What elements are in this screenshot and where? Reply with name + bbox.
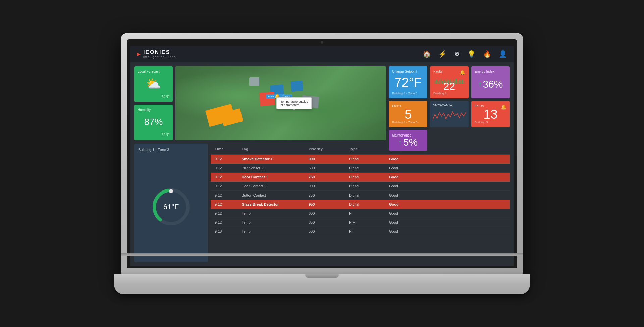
table-cell: 9:12 — [215, 175, 241, 179]
table-cell: HI — [349, 211, 389, 215]
logo-block: ICONICS intelligent solutions — [143, 49, 176, 59]
faults-5-footer: Building 1 - Zone 3 — [392, 121, 424, 124]
zone-panel: Building 1 - Zone 3 — [134, 144, 208, 262]
table-cell: 9:12 — [215, 220, 241, 224]
bottom-row: Building 1 - Zone 3 — [134, 144, 510, 262]
table-cell: PIR Sensor 2 — [241, 166, 309, 170]
table-row[interactable]: 9:13Temp500HIGood — [211, 227, 510, 236]
gauge-wrap: 61°F — [149, 185, 193, 229]
wave-chart-container — [433, 107, 466, 125]
table-cell: 600 — [309, 211, 349, 215]
table-cell: Digital — [349, 184, 389, 188]
faults-22-tile[interactable]: Faults 🔔 22 Building 1 — [430, 66, 469, 98]
table-cell: Good — [389, 175, 429, 179]
fault-table-panel: Time Tag Priority Type Quality 9:12Smoke… — [211, 144, 510, 262]
table-cell: 9:12 — [215, 157, 241, 161]
laptop-body: ▶ ICONICS intelligent solutions 🏠 ⚡ ❄ 💡 … — [121, 33, 523, 274]
setpoint-tile[interactable]: Change Setpoint 72°F Building 1 - Zone 3 — [389, 66, 427, 98]
nav-fire-icon[interactable]: 🔥 — [483, 50, 491, 58]
table-row[interactable]: 9:12Smoke Detector 1900DigitalGood — [211, 155, 510, 164]
th-priority: Priority — [309, 147, 349, 151]
faults-22-footer: Building 1 — [433, 92, 465, 95]
screen: ▶ ICONICS intelligent solutions 🏠 ⚡ ❄ 💡 … — [130, 46, 514, 266]
faults-13-footer: Building 3 — [475, 121, 506, 124]
faults-22-bell-icon: 🔔 — [460, 70, 465, 75]
humidity-value: 87% — [138, 117, 169, 127]
weather-column: Local Forecast ⛅ 62°F Humidity 87% 62°F — [134, 66, 173, 140]
energy-arrow-icon: ↑ — [478, 80, 481, 88]
table-row[interactable]: 9:12Glass Break Detector950DigitalGood — [211, 200, 510, 209]
table-cell: Digital — [349, 166, 389, 170]
logo-play-icon: ▶ — [137, 51, 141, 57]
table-cell: 9:12 — [215, 202, 241, 206]
table-cell: Good — [389, 211, 429, 215]
table-cell: Button Contact — [241, 193, 309, 197]
table-cell: 9:12 — [215, 166, 241, 170]
faults-5-tile[interactable]: Faults 5 Building 1 - Zone 3 — [389, 101, 427, 127]
table-cell: 600 — [309, 166, 349, 170]
laptop-wrapper: ▶ ICONICS intelligent solutions 🏠 ⚡ ❄ 💡 … — [121, 33, 523, 294]
map-tooltip: Temperature outside of parameters — [276, 97, 312, 109]
local-forecast-tile[interactable]: Local Forecast ⛅ 62°F — [134, 66, 173, 102]
table-cell: HIHI — [349, 220, 389, 224]
app-content: Local Forecast ⛅ 62°F Humidity 87% 62°F — [130, 62, 514, 266]
table-cell: 950 — [309, 202, 349, 206]
table-cell: 9:12 — [215, 184, 241, 188]
nav-icons: 🏠 ⚡ ❄ 💡 🔥 👤 — [423, 50, 507, 58]
table-cell: Door Contact 1 — [241, 175, 309, 179]
faults-5-value: 5 — [392, 108, 424, 121]
energy-value: 36% — [483, 79, 503, 89]
cam-int-tile[interactable]: B1-Z3-CAM Int. — [430, 101, 469, 127]
map-tooltip-line2: of parameters — [280, 103, 308, 107]
setpoint-value: 72°F — [392, 76, 424, 89]
table-body: 9:12Smoke Detector 1900DigitalGood9:12PI… — [211, 155, 510, 262]
nav-energy-icon[interactable]: ⚡ — [438, 50, 447, 58]
nav-hvac-icon[interactable]: ❄ — [454, 50, 460, 58]
table-cell: Temp — [241, 220, 309, 224]
table-row[interactable]: 9:12Temp850HIHIGood — [211, 218, 510, 227]
setpoint-label: Change Setpoint — [392, 70, 424, 73]
table-row[interactable]: 9:12Temp600HIGood — [211, 209, 510, 218]
local-forecast-label: Local Forecast — [138, 70, 169, 73]
faults-13-value: 13 — [475, 108, 506, 121]
table-cell: Good — [389, 184, 429, 188]
table-cell: Good — [389, 166, 429, 170]
table-cell: Temp — [241, 211, 309, 215]
table-cell: 500 — [309, 229, 349, 233]
table-row[interactable]: 9:12Door Contact 2900DigitalGood — [211, 182, 510, 191]
maintenance-value: 5% — [403, 137, 418, 147]
maintenance-tile[interactable]: Maintenance ↑ 5% — [389, 130, 427, 151]
gauge-text: 61°F — [163, 203, 179, 211]
svg-point-2 — [169, 189, 173, 193]
table-cell: Glass Break Detector — [241, 202, 309, 206]
table-cell: HI — [349, 229, 389, 233]
faults-13-tile[interactable]: Faults 🔔 13 Building 3 — [471, 101, 510, 127]
logo-text: ICONICS — [143, 49, 176, 55]
energy-tile[interactable]: Energy Index ↑ 36% — [471, 66, 510, 98]
table-row[interactable]: 9:12Button Contact750DigitalGood — [211, 191, 510, 200]
table-cell: Digital — [349, 193, 389, 197]
maintenance-value-wrap: ↑ 5% — [392, 137, 424, 147]
logo-tagline: intelligent solutions — [143, 55, 176, 59]
map-building-6 — [249, 77, 259, 86]
faults-13-bell-icon: 🔔 — [501, 104, 506, 110]
table-cell: Digital — [349, 202, 389, 206]
right-tiles: Change Setpoint 72°F Building 1 - Zone 3… — [389, 66, 510, 140]
table-cell: 9:12 — [215, 193, 241, 197]
table-cell: 900 — [309, 184, 349, 188]
map-tooltip-line1: Temperature outside — [280, 100, 308, 103]
nav-user-icon[interactable]: 👤 — [499, 50, 507, 58]
table-row[interactable]: 9:12PIR Sensor 2600DigitalGood — [211, 164, 510, 173]
humidity-tile[interactable]: Humidity 87% 62°F — [134, 105, 173, 140]
map-tile[interactable]: Building 1 - Zone 3 🔔 Temperature outsid… — [175, 66, 386, 140]
table-cell: 900 — [309, 157, 349, 161]
logo-area: ▶ ICONICS intelligent solutions — [137, 49, 176, 59]
nav-home-icon[interactable]: 🏠 — [423, 50, 431, 58]
faults-22-value: 22 — [433, 81, 465, 92]
cam-int-label: B1-Z3-CAM Int. — [433, 104, 466, 107]
table-row[interactable]: 9:12Door Contact 1750DigitalGood — [211, 173, 510, 182]
local-forecast-value: 62°F — [138, 95, 169, 99]
table-cell: Smoke Detector 1 — [241, 157, 309, 161]
nav-lighting-icon[interactable]: 💡 — [467, 50, 476, 58]
laptop-hinge — [121, 253, 523, 256]
